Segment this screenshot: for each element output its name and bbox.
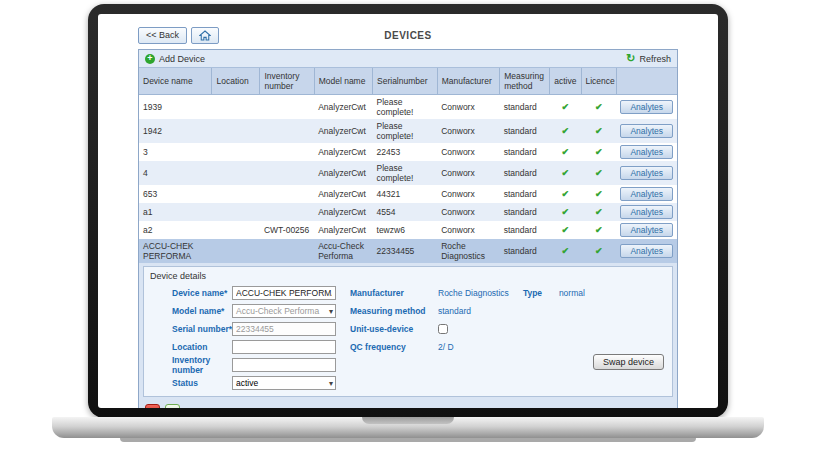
add-device-button[interactable]: Add Device bbox=[145, 54, 205, 64]
serial-number-input[interactable] bbox=[232, 322, 336, 336]
chevron-down-icon bbox=[329, 378, 333, 388]
licence-check-icon: ✔ bbox=[581, 185, 616, 203]
active-check-icon: ✔ bbox=[550, 203, 581, 221]
laptop-screen: << Back DEVICES Add Device bbox=[98, 14, 718, 408]
serial-cell: 22334455 bbox=[373, 239, 438, 263]
toolbar: Add Device Refresh bbox=[139, 50, 677, 68]
location-input[interactable] bbox=[232, 340, 336, 354]
inventory-number-label: Inventory number bbox=[150, 355, 232, 375]
model-cell: AnalyzerCwt bbox=[314, 143, 372, 161]
model-cell: AnalyzerCwt bbox=[314, 95, 372, 120]
device-name-cell: a2 bbox=[139, 221, 212, 239]
device-details-panel: Device details Device name* Model name* … bbox=[143, 266, 673, 397]
serial-cell: 4554 bbox=[373, 203, 438, 221]
model-cell: AnalyzerCwt bbox=[314, 221, 372, 239]
details-title: Device details bbox=[150, 271, 666, 281]
analytes-button[interactable]: Analytes bbox=[620, 100, 673, 114]
home-button[interactable] bbox=[191, 27, 219, 44]
licence-check-icon: ✔ bbox=[581, 143, 616, 161]
status-select[interactable]: active bbox=[232, 376, 336, 390]
col-active: active bbox=[550, 68, 581, 95]
table-row[interactable]: 3 AnalyzerCwt 22453 Conworx standard ✔ ✔… bbox=[139, 143, 677, 161]
laptop-frame: << Back DEVICES Add Device bbox=[88, 4, 728, 418]
table-header-row: Device name Location Inventory number Mo… bbox=[139, 68, 677, 95]
laptop-base-notch bbox=[362, 417, 454, 424]
main-panel: Add Device Refresh Devic bbox=[138, 49, 678, 408]
active-check-icon: ✔ bbox=[550, 95, 581, 120]
location-cell bbox=[212, 119, 260, 143]
col-device-name: Device name bbox=[139, 68, 212, 95]
active-check-icon: ✔ bbox=[550, 161, 581, 185]
analytes-button[interactable]: Analytes bbox=[620, 223, 673, 237]
table-row[interactable]: 1939 AnalyzerCwt Please complete! Conwor… bbox=[139, 95, 677, 120]
method-cell: standard bbox=[500, 239, 550, 263]
serial-cell: tewzw6 bbox=[373, 221, 438, 239]
inventory-cell bbox=[260, 161, 314, 185]
manufacturer-cell: Conworx bbox=[437, 203, 500, 221]
refresh-label: Refresh bbox=[639, 54, 671, 64]
add-device-label: Add Device bbox=[159, 54, 205, 64]
active-check-icon: ✔ bbox=[550, 119, 581, 143]
model-cell: AnalyzerCwt bbox=[314, 203, 372, 221]
analytes-button[interactable]: Analytes bbox=[620, 124, 673, 138]
refresh-icon bbox=[626, 53, 635, 64]
manufacturer-cell: Roche Diagnostics bbox=[437, 239, 500, 263]
location-cell bbox=[212, 185, 260, 203]
licence-check-icon: ✔ bbox=[581, 95, 616, 120]
serial-number-label: Serial number* bbox=[150, 324, 232, 334]
model-cell: Accu-Check Performa bbox=[314, 239, 372, 263]
manufacturer-cell: Conworx bbox=[437, 143, 500, 161]
manufacturer-cell: Conworx bbox=[437, 161, 500, 185]
active-check-icon: ✔ bbox=[550, 221, 581, 239]
laptop-base bbox=[52, 417, 764, 438]
method-cell: standard bbox=[500, 95, 550, 120]
col-actions bbox=[616, 68, 677, 95]
model-name-select[interactable]: Accu-Check Performa bbox=[232, 304, 336, 318]
device-name-cell: 3 bbox=[139, 143, 212, 161]
refresh-button[interactable]: Refresh bbox=[626, 53, 671, 64]
licence-check-icon: ✔ bbox=[581, 119, 616, 143]
method-cell: standard bbox=[500, 203, 550, 221]
table-row[interactable]: 653 AnalyzerCwt 44321 Conworx standard ✔… bbox=[139, 185, 677, 203]
location-cell bbox=[212, 239, 260, 263]
device-name-label: Device name* bbox=[150, 288, 232, 298]
swap-device-button[interactable]: Swap device bbox=[593, 354, 664, 370]
analytes-button[interactable]: Analytes bbox=[620, 166, 673, 180]
status-value: active bbox=[236, 378, 258, 388]
col-measuring-method: Measuring method bbox=[500, 68, 550, 95]
device-name-cell: 4 bbox=[139, 161, 212, 185]
table-row[interactable]: a2 CWT-00256 AnalyzerCwt tewzw6 Conworx … bbox=[139, 221, 677, 239]
analytes-button[interactable]: Analytes bbox=[620, 187, 673, 201]
cancel-button[interactable] bbox=[145, 404, 160, 408]
serial-cell: 22453 bbox=[373, 143, 438, 161]
location-cell bbox=[212, 161, 260, 185]
unit-use-checkbox[interactable] bbox=[438, 324, 448, 334]
chevron-down-icon bbox=[329, 306, 333, 316]
inventory-number-input[interactable] bbox=[232, 358, 336, 372]
analytes-button[interactable]: Analytes bbox=[620, 205, 673, 219]
home-icon bbox=[199, 30, 211, 41]
serial-cell: 44321 bbox=[373, 185, 438, 203]
serial-cell: Please complete! bbox=[373, 95, 438, 120]
measuring-method-value: standard bbox=[438, 306, 471, 316]
analytes-button[interactable]: Analytes bbox=[620, 244, 673, 258]
analytes-button[interactable]: Analytes bbox=[620, 145, 673, 159]
location-cell bbox=[212, 221, 260, 239]
back-button[interactable]: << Back bbox=[138, 27, 187, 44]
measuring-method-label: Measuring method bbox=[350, 306, 438, 316]
device-name-input[interactable] bbox=[232, 286, 336, 300]
table-row[interactable]: a1 AnalyzerCwt 4554 Conworx standard ✔ ✔… bbox=[139, 203, 677, 221]
qc-frequency-value: 2/ D bbox=[438, 342, 454, 352]
manufacturer-label: Manufacturer bbox=[350, 288, 438, 298]
method-cell: standard bbox=[500, 119, 550, 143]
col-location: Location bbox=[212, 68, 260, 95]
confirm-button[interactable] bbox=[165, 404, 180, 408]
table-row[interactable]: 1942 AnalyzerCwt Please complete! Conwor… bbox=[139, 119, 677, 143]
col-manufacturer: Manufacturer bbox=[437, 68, 500, 95]
model-name-value: Accu-Check Performa bbox=[236, 306, 319, 316]
table-row[interactable]: 4 AnalyzerCwt Please complete! Conworx s… bbox=[139, 161, 677, 185]
model-name-label: Model name* bbox=[150, 306, 232, 316]
manufacturer-cell: Conworx bbox=[437, 119, 500, 143]
licence-check-icon: ✔ bbox=[581, 203, 616, 221]
table-row-selected[interactable]: ACCU-CHEK PERFORMA Accu-Check Performa 2… bbox=[139, 239, 677, 263]
